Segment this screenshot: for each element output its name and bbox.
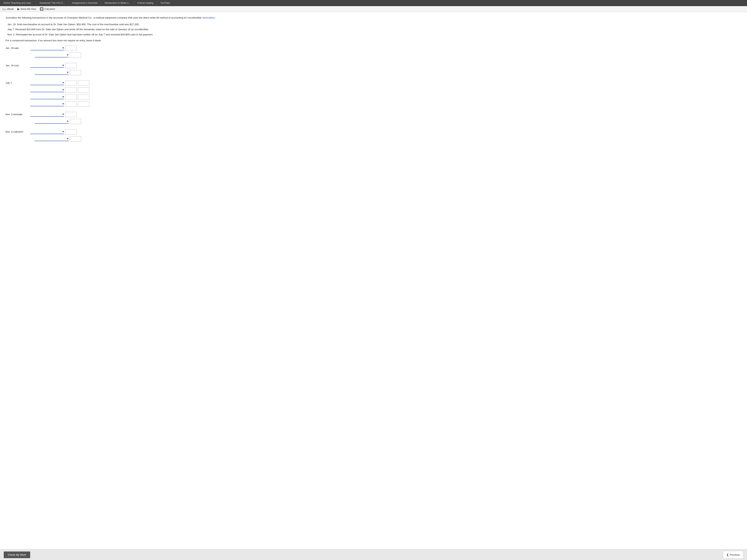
dropdown-arrow-icon[interactable] <box>62 131 64 132</box>
show-me-how-label: Show Me How <box>21 7 36 10</box>
section-label-july7: July 7 <box>5 80 30 84</box>
compound-note: For a compound transaction, if an amount… <box>5 39 742 42</box>
account-input[interactable] <box>30 112 61 116</box>
journal-rows-nov2collection <box>30 129 81 143</box>
account-input[interactable] <box>30 102 61 106</box>
footer-bar: Check My Work ❮ Previous <box>0 549 747 550</box>
account-input[interactable] <box>30 130 61 134</box>
transaction-list: Jan. 19. Sold merchandise on account to … <box>5 22 742 37</box>
journal-row <box>30 80 89 85</box>
account-input[interactable] <box>30 63 61 68</box>
debit-amount-input[interactable] <box>65 63 77 68</box>
credit-amount-input[interactable] <box>70 119 81 124</box>
section-label-jan19cost: Jan. 19-cost <box>5 63 30 67</box>
nav-assignments[interactable]: Assignments | Overview <box>69 1 101 5</box>
section-nov2collection: Nov. 2-collection <box>5 129 742 143</box>
transaction-nov2: Nov. 2. Reinstated the account of Dr. Da… <box>7 33 742 37</box>
show-me-how-button[interactable]: ▶ Show Me How <box>18 7 36 11</box>
dropdown-arrow-icon[interactable] <box>62 65 64 66</box>
dropdown-arrow-icon[interactable] <box>62 89 64 90</box>
main-content: Journalize the following transactions in… <box>0 12 747 550</box>
account-dropdown[interactable] <box>35 119 69 124</box>
account-dropdown[interactable] <box>35 70 69 75</box>
journal-row <box>30 102 89 107</box>
nav-youtube[interactable]: YouTube <box>157 1 173 5</box>
journal-row <box>30 95 89 100</box>
debit-amount-input[interactable] <box>65 87 77 92</box>
dropdown-arrow-icon[interactable] <box>67 54 69 56</box>
dropdown-arrow-icon[interactable] <box>67 121 69 122</box>
account-input[interactable] <box>30 95 61 99</box>
section-jan19sale: Jan. 19-sale <box>5 46 742 60</box>
journal-rows-nov2reinstate <box>30 112 81 126</box>
account-dropdown[interactable] <box>30 130 64 134</box>
show-me-how-icon: ▶ <box>18 7 20 11</box>
calculator-button[interactable]: 🔲 Calculator <box>40 7 55 11</box>
journal-rows-jan19cost <box>30 63 81 77</box>
account-dropdown[interactable] <box>30 95 64 99</box>
toolbar: 📖 eBook ▶ Show Me How 🔲 Calculator <box>0 6 747 12</box>
debit-amount-input[interactable] <box>65 102 77 107</box>
account-dropdown[interactable] <box>30 88 64 92</box>
debit-amount-input[interactable] <box>65 112 77 117</box>
debit-amount-input[interactable] <box>65 95 77 100</box>
section-july7: July 7 <box>5 80 742 108</box>
account-dropdown[interactable] <box>35 137 69 141</box>
journal-row <box>30 129 81 134</box>
credit-amount-input[interactable] <box>78 95 89 100</box>
credit-amount-input[interactable] <box>70 53 81 58</box>
section-label-jan19sale: Jan. 19-sale <box>5 46 30 49</box>
journal-row <box>30 136 81 141</box>
journal-row <box>30 87 89 92</box>
dropdown-arrow-icon[interactable] <box>62 114 64 115</box>
ebook-button[interactable]: 📖 eBook <box>2 7 14 11</box>
account-input[interactable] <box>35 137 66 141</box>
nav-intro-week[interactable]: Introduction to Week 1... <box>101 1 134 5</box>
account-dropdown[interactable] <box>35 53 69 57</box>
transaction-july7: July 7. Received $10,600 from Dr. Dale V… <box>7 27 742 31</box>
dropdown-arrow-icon[interactable] <box>62 82 64 83</box>
credit-amount-input[interactable] <box>70 70 81 75</box>
debit-amount-input[interactable] <box>65 129 77 134</box>
account-dropdown[interactable] <box>30 46 64 50</box>
account-input[interactable] <box>30 46 61 50</box>
journal-row <box>30 112 81 117</box>
section-jan19cost: Jan. 19-cost <box>5 63 742 77</box>
nav-answered[interactable]: Answered: The ATZ C... <box>36 1 69 5</box>
account-dropdown[interactable] <box>30 81 64 85</box>
nav-online-teaching[interactable]: Online Teaching and Lear... <box>0 1 36 5</box>
account-dropdown[interactable] <box>30 63 64 68</box>
nav-critical-reading[interactable]: Critical reading <box>134 1 157 5</box>
dropdown-arrow-icon[interactable] <box>62 47 64 49</box>
account-input[interactable] <box>30 88 61 92</box>
journal-row <box>30 63 81 68</box>
debit-amount-input[interactable] <box>65 80 77 85</box>
receivables-link[interactable]: receivables <box>202 16 215 19</box>
account-input[interactable] <box>35 53 66 57</box>
transaction-jan19: Jan. 19. Sold merchandise on account to … <box>7 22 742 26</box>
journal-row <box>30 46 81 51</box>
credit-amount-input[interactable] <box>78 102 89 107</box>
credit-amount-input[interactable] <box>78 80 89 85</box>
calculator-label: Calculator <box>45 7 55 10</box>
dropdown-arrow-icon[interactable] <box>62 103 64 105</box>
account-input[interactable] <box>35 70 66 75</box>
dropdown-arrow-icon[interactable] <box>62 96 64 98</box>
account-dropdown[interactable] <box>30 102 64 106</box>
credit-amount-input[interactable] <box>70 136 81 141</box>
journal-rows-jan19sale <box>30 46 81 60</box>
account-dropdown[interactable] <box>30 112 64 117</box>
dropdown-arrow-icon[interactable] <box>67 138 69 139</box>
journal-rows-july7 <box>30 80 89 108</box>
section-label-nov2reinstate: Nov. 2-reinstate <box>5 112 30 116</box>
journal-row <box>30 119 81 124</box>
debit-amount-input[interactable] <box>65 46 77 51</box>
journal-row <box>30 53 81 58</box>
section-label-nov2collection: Nov. 2-collection <box>5 129 30 133</box>
problem-intro: Journalize the following transactions in… <box>5 16 742 20</box>
dropdown-arrow-icon[interactable] <box>67 72 69 73</box>
credit-amount-input[interactable] <box>78 87 89 92</box>
account-input[interactable] <box>30 81 61 85</box>
top-navigation: Online Teaching and Lear... Answered: Th… <box>0 0 747 6</box>
account-input[interactable] <box>35 119 66 123</box>
